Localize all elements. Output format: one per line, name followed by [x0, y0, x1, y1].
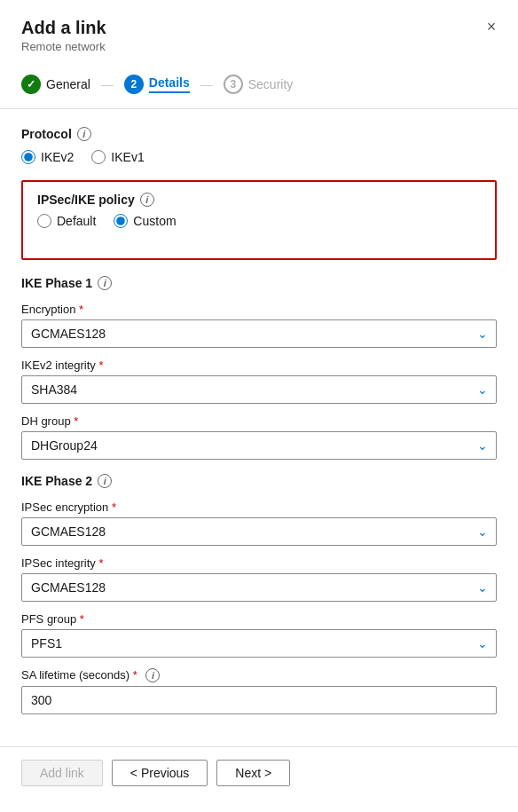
encryption-label: Encryption * [21, 303, 497, 316]
steps-navigation: ✓ General — 2 Details — 3 Security [0, 64, 518, 109]
ipsec-integrity-select[interactable]: GCMAES128 GCMAES256 SHA256 SHA1 [21, 573, 497, 602]
ipsec-policy-label-text: IPSec/IKE policy [37, 193, 135, 207]
policy-label-default: Default [57, 214, 96, 228]
policy-radio-custom[interactable] [114, 214, 128, 228]
step-label-general: General [46, 77, 90, 91]
next-button[interactable]: Next > [216, 760, 290, 786]
ike-phase1-title-text: IKE Phase 1 [21, 276, 92, 290]
ipsec-policy-radio-group: Default Custom [37, 214, 481, 228]
ike-phase2-title-text: IKE Phase 2 [21, 474, 92, 488]
step-general[interactable]: ✓ General [21, 75, 90, 94]
ipsec-integrity-select-wrapper: GCMAES128 GCMAES256 SHA256 SHA1 ⌄ [21, 573, 497, 602]
encryption-select-wrapper: GCMAES128 GCMAES256 AES256 AES192 AES128… [21, 319, 497, 348]
ike-phase2-info-icon[interactable]: i [98, 474, 112, 488]
ikev2-integrity-label: IKEv2 integrity * [21, 359, 497, 372]
encryption-select[interactable]: GCMAES128 GCMAES256 AES256 AES192 AES128 [21, 319, 497, 348]
ipsec-encryption-label: IPSec encryption * [21, 501, 497, 514]
ike-phase1-info-icon[interactable]: i [98, 276, 112, 290]
policy-option-default[interactable]: Default [37, 214, 96, 228]
step-circle-details: 2 [124, 75, 144, 94]
ipsec-policy-box: IPSec/IKE policy i Default Custom [21, 180, 497, 260]
pfs-group-label: PFS group * [21, 612, 497, 626]
protocol-label-text: Protocol [21, 127, 72, 141]
step-label-security: Security [248, 77, 294, 91]
dh-group-select-wrapper: DHGroup24 DHGroup14 DHGroup2048 ECP384 E… [21, 431, 497, 460]
ike-phase1-title: IKE Phase 1 i [21, 276, 497, 290]
ipsec-policy-label: IPSec/IKE policy i [37, 193, 481, 207]
protocol-label-ikev2: IKEv2 [41, 150, 74, 164]
ipsec-encryption-select[interactable]: GCMAES128 GCMAES256 AES256 None [21, 517, 497, 546]
dialog-title: Add a link [21, 18, 497, 38]
policy-label-custom: Custom [133, 214, 176, 228]
step-details[interactable]: 2 Details [124, 75, 190, 94]
protocol-radio-group: IKEv2 IKEv1 [21, 150, 497, 164]
policy-option-custom[interactable]: Custom [114, 214, 176, 228]
protocol-label-ikev1: IKEv1 [111, 150, 144, 164]
ipsec-encryption-select-wrapper: GCMAES128 GCMAES256 AES256 None ⌄ [21, 517, 497, 546]
protocol-info-icon[interactable]: i [77, 127, 91, 141]
ike-phase2-section: IKE Phase 2 i IPSec encryption * GCMAES1… [21, 474, 497, 714]
ipsec-integrity-label: IPSec integrity * [21, 556, 497, 570]
protocol-option-ikev1[interactable]: IKEv1 [91, 150, 144, 164]
protocol-radio-ikev1[interactable] [91, 150, 106, 164]
dialog-subtitle: Remote network [21, 40, 497, 53]
step-circle-general: ✓ [21, 75, 41, 94]
dialog-content: Protocol i IKEv2 IKEv1 IPSec/IKE policy … [0, 109, 518, 746]
step-separator-2: — [200, 77, 213, 91]
step-label-details: Details [149, 75, 190, 93]
pfs-group-select[interactable]: PFS1 PFS2 PFS2048 ECP384 None [21, 629, 497, 658]
ike-phase1-section: IKE Phase 1 i Encryption * GCMAES128 GCM… [21, 276, 497, 460]
step-circle-security: 3 [224, 75, 243, 94]
previous-button[interactable]: < Previous [112, 760, 208, 786]
dh-group-field: DH group * DHGroup24 DHGroup14 DHGroup20… [21, 414, 497, 460]
policy-radio-default[interactable] [37, 214, 51, 228]
pfs-group-select-wrapper: PFS1 PFS2 PFS2048 ECP384 None ⌄ [21, 629, 497, 658]
ikev2-integrity-select[interactable]: SHA384 SHA256 SHA1 MD5 [21, 375, 497, 404]
dh-group-label: DH group * [21, 414, 497, 428]
close-button[interactable]: × [479, 14, 504, 39]
step-security[interactable]: 3 Security [224, 75, 294, 94]
sa-lifetime-label: SA lifetime (seconds) * i [21, 668, 497, 682]
ikev2-integrity-field: IKEv2 integrity * SHA384 SHA256 SHA1 MD5… [21, 359, 497, 404]
dialog-header: Add a link Remote network × [0, 0, 518, 53]
ipsec-integrity-field: IPSec integrity * GCMAES128 GCMAES256 SH… [21, 556, 497, 602]
encryption-field: Encryption * GCMAES128 GCMAES256 AES256 … [21, 303, 497, 348]
add-link-button[interactable]: Add link [21, 760, 103, 786]
protocol-option-ikev2[interactable]: IKEv2 [21, 150, 74, 164]
ike-phase2-title: IKE Phase 2 i [21, 474, 497, 488]
protocol-section-label: Protocol i [21, 127, 497, 141]
add-link-dialog: Add a link Remote network × ✓ General — … [0, 0, 518, 812]
step-separator-1: — [101, 77, 114, 91]
ikev2-integrity-select-wrapper: SHA384 SHA256 SHA1 MD5 ⌄ [21, 375, 497, 404]
ipsec-encryption-field: IPSec encryption * GCMAES128 GCMAES256 A… [21, 501, 497, 546]
sa-lifetime-field: SA lifetime (seconds) * i [21, 668, 497, 714]
protocol-radio-ikev2[interactable] [21, 150, 35, 164]
dialog-footer: Add link < Previous Next > [0, 746, 518, 799]
pfs-group-field: PFS group * PFS1 PFS2 PFS2048 ECP384 Non… [21, 612, 497, 658]
dh-group-select[interactable]: DHGroup24 DHGroup14 DHGroup2048 ECP384 E… [21, 431, 497, 460]
ipsec-policy-info-icon[interactable]: i [140, 193, 154, 207]
sa-lifetime-input[interactable] [21, 686, 497, 714]
sa-lifetime-info-icon[interactable]: i [145, 668, 160, 682]
